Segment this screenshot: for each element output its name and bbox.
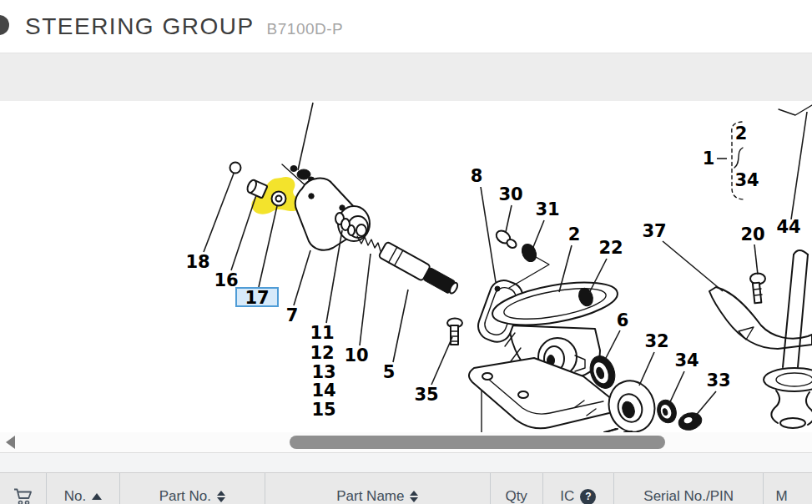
part-label-2[interactable]: 2 bbox=[735, 123, 748, 144]
part-bolt-20 bbox=[750, 274, 765, 304]
part-label-33[interactable]: 33 bbox=[706, 370, 730, 391]
zoom-toolbar: HQ bbox=[0, 53, 812, 102]
column-header-cart[interactable] bbox=[0, 473, 46, 504]
part-label-34[interactable]: 34 bbox=[674, 350, 699, 370]
selected-part-callout[interactable]: 17 bbox=[236, 206, 278, 308]
part-bushing-16 bbox=[245, 179, 267, 198]
leader-line-20 bbox=[754, 244, 758, 275]
column-label: Serial No./PIN bbox=[643, 488, 734, 504]
sort-ascending-icon bbox=[92, 493, 102, 500]
part-label-32[interactable]: 32 bbox=[644, 331, 668, 351]
column-label: M bbox=[775, 488, 787, 504]
part-label-18[interactable]: 18 bbox=[185, 252, 209, 272]
partial-circle-icon[interactable] bbox=[0, 15, 9, 35]
scrollbar-thumb[interactable] bbox=[290, 436, 665, 449]
divider-band bbox=[0, 452, 812, 473]
leader-line-6 bbox=[605, 330, 620, 360]
leader-line-30 bbox=[506, 205, 512, 232]
help-icon[interactable]: ? bbox=[580, 489, 596, 504]
part-label-15[interactable]: 15 bbox=[311, 400, 335, 420]
leader-line-37 bbox=[663, 241, 723, 291]
part-label-44[interactable]: 44 bbox=[776, 217, 800, 237]
model-code: B7100D-P bbox=[267, 14, 344, 38]
part-label-7[interactable]: 7 bbox=[286, 305, 299, 325]
column-label: IC bbox=[560, 488, 574, 504]
part-label-37[interactable]: 37 bbox=[642, 221, 666, 241]
part-label-31[interactable]: 31 bbox=[535, 199, 559, 219]
page-title: STEERING GROUP bbox=[25, 13, 255, 40]
leader-line-35 bbox=[431, 337, 452, 385]
leader-line-32 bbox=[639, 352, 654, 386]
leader-line-7 bbox=[294, 250, 310, 305]
part-label-11[interactable]: 11 bbox=[310, 323, 334, 343]
column-header-no[interactable]: No. bbox=[46, 473, 119, 504]
column-label: No. bbox=[64, 488, 86, 504]
leader-line-8 bbox=[481, 187, 496, 282]
part-nut-33 bbox=[677, 411, 704, 432]
leader-line-5 bbox=[393, 290, 408, 362]
part-label-10[interactable]: 10 bbox=[344, 345, 368, 365]
leader-line-31 bbox=[533, 220, 544, 247]
part-label-34[interactable]: 34 bbox=[734, 170, 759, 190]
part-label-30[interactable]: 30 bbox=[498, 184, 522, 204]
part-label-2[interactable]: 2 bbox=[568, 224, 581, 244]
cart-icon bbox=[13, 487, 33, 504]
sort-both-icon bbox=[410, 491, 418, 502]
leader-line-10 bbox=[360, 254, 371, 345]
column-header-part-name[interactable]: Part Name bbox=[265, 473, 490, 504]
part-label-35[interactable]: 35 bbox=[414, 385, 438, 405]
column-label: Part No. bbox=[159, 488, 211, 504]
leader-line-18 bbox=[204, 174, 234, 252]
column-header-serial[interactable]: Serial No./PIN bbox=[613, 473, 763, 504]
part-nut-17 bbox=[272, 192, 286, 206]
part-label-20[interactable]: 20 bbox=[740, 224, 764, 244]
sort-both-icon bbox=[217, 491, 225, 502]
part-label-14[interactable]: 14 bbox=[311, 381, 335, 401]
part-washer-34 bbox=[654, 397, 679, 425]
selected-part-label[interactable]: 17 bbox=[245, 288, 269, 308]
scroll-left-arrow-icon[interactable] bbox=[6, 436, 15, 449]
column-header-memo[interactable]: M bbox=[763, 473, 812, 504]
part-cap-31 bbox=[519, 242, 539, 265]
column-header-qty[interactable]: Qty bbox=[490, 473, 542, 504]
part-ball-18 bbox=[230, 163, 241, 174]
part-label-6[interactable]: 6 bbox=[617, 310, 629, 330]
horizontal-scrollbar[interactable] bbox=[0, 432, 812, 452]
page-header: STEERING GROUP B7100D-P bbox=[0, 0, 812, 53]
leader-line-33 bbox=[694, 391, 716, 417]
part-label-16[interactable]: 16 bbox=[214, 270, 238, 290]
column-label: Qty bbox=[505, 488, 527, 504]
part-label-13[interactable]: 13 bbox=[311, 362, 335, 382]
part-label-5[interactable]: 5 bbox=[383, 362, 396, 382]
part-steering-column-44 bbox=[764, 105, 812, 428]
column-header-ic[interactable]: IC ? bbox=[542, 473, 613, 504]
leader-line-16 bbox=[231, 195, 256, 270]
parts-table-header: No. Part No. Part Name Qty IC ? Serial N… bbox=[0, 472, 812, 504]
leader-line-44 bbox=[791, 112, 807, 219]
part-label-22[interactable]: 22 bbox=[598, 238, 623, 258]
part-worm-shaft-5 bbox=[378, 241, 460, 297]
part-label-12[interactable]: 12 bbox=[310, 343, 334, 363]
leader-line-34 bbox=[668, 371, 684, 406]
part-bolt-35 bbox=[447, 319, 462, 345]
exploded-view-drawing: 1816711121314151053583031222376323433123… bbox=[0, 101, 812, 432]
column-label: Part Name bbox=[336, 488, 404, 504]
part-label-1[interactable]: 1 bbox=[703, 149, 715, 169]
parts-diagram: 1816711121314151053583031222376323433123… bbox=[0, 101, 812, 432]
part-label-8[interactable]: 8 bbox=[471, 166, 483, 186]
column-header-part-no[interactable]: Part No. bbox=[119, 473, 265, 504]
